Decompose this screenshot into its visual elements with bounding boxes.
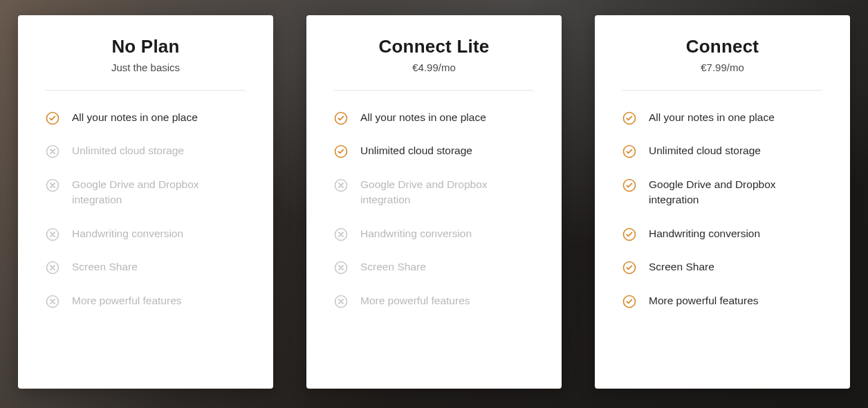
x-icon xyxy=(46,295,59,308)
x-icon xyxy=(46,261,59,275)
plan-subtitle: €7.99/mo xyxy=(622,62,822,73)
plan-header: Connect €7.99/mo xyxy=(622,36,822,91)
feature-row: Handwriting conversion xyxy=(46,226,246,241)
feature-row: Screen Share xyxy=(334,259,534,275)
feature-row: More powerful features xyxy=(334,293,534,308)
check-icon xyxy=(622,261,636,275)
feature-label: Unlimited cloud storage xyxy=(72,143,184,158)
feature-row: Google Drive and Dropbox integration xyxy=(46,177,246,208)
plan-features: All your notes in one place Unlimited cl… xyxy=(334,110,534,308)
plan-header: No Plan Just the basics xyxy=(46,36,246,91)
feature-row: Screen Share xyxy=(622,259,822,275)
feature-label: Google Drive and Dropbox integration xyxy=(72,177,246,208)
feature-label: All your notes in one place xyxy=(72,110,198,125)
feature-row: All your notes in one place xyxy=(46,110,246,125)
feature-label: Handwriting conversion xyxy=(72,226,183,241)
pricing-background: No Plan Just the basics All your notes i… xyxy=(0,0,868,408)
feature-label: Unlimited cloud storage xyxy=(360,143,472,158)
feature-label: Handwriting conversion xyxy=(649,226,760,241)
feature-label: Handwriting conversion xyxy=(360,226,472,241)
feature-label: More powerful features xyxy=(360,293,470,308)
plan-card-connect: Connect €7.99/mo All your notes in one p… xyxy=(595,15,850,389)
plan-features: All your notes in one place Unlimited cl… xyxy=(46,110,246,308)
feature-row: All your notes in one place xyxy=(622,110,822,125)
x-icon xyxy=(334,295,348,308)
plan-features: All your notes in one place Unlimited cl… xyxy=(622,110,822,308)
feature-label: Screen Share xyxy=(649,259,714,275)
x-icon xyxy=(46,145,59,158)
feature-row: Unlimited cloud storage xyxy=(46,143,246,158)
check-icon xyxy=(622,178,636,192)
check-icon xyxy=(334,145,348,158)
feature-label: Screen Share xyxy=(72,259,138,275)
x-icon xyxy=(334,261,348,275)
feature-label: More powerful features xyxy=(649,293,759,308)
feature-label: Screen Share xyxy=(360,259,426,275)
plan-subtitle: Just the basics xyxy=(46,62,246,73)
feature-label: Unlimited cloud storage xyxy=(649,143,761,158)
check-icon xyxy=(622,111,636,125)
feature-label: Google Drive and Dropbox integration xyxy=(649,177,822,208)
feature-row: Google Drive and Dropbox integration xyxy=(334,177,534,208)
plan-subtitle: €4.99/mo xyxy=(334,62,534,73)
feature-row: All your notes in one place xyxy=(334,110,534,125)
check-icon xyxy=(622,228,636,241)
plan-title: Connect Lite xyxy=(334,36,534,57)
plan-card-connect-lite: Connect Lite €4.99/mo All your notes in … xyxy=(306,15,562,389)
check-icon xyxy=(622,295,636,308)
x-icon xyxy=(46,178,59,192)
plan-title: Connect xyxy=(622,36,822,57)
x-icon xyxy=(334,228,348,241)
check-icon xyxy=(622,145,636,158)
feature-row: Handwriting conversion xyxy=(622,226,822,241)
feature-row: More powerful features xyxy=(622,293,822,308)
plan-header: Connect Lite €4.99/mo xyxy=(334,36,534,91)
feature-label: All your notes in one place xyxy=(649,110,775,125)
check-icon xyxy=(46,111,59,125)
feature-label: More powerful features xyxy=(72,293,182,308)
feature-row: Handwriting conversion xyxy=(334,226,534,241)
feature-row: Google Drive and Dropbox integration xyxy=(622,177,822,208)
feature-label: All your notes in one place xyxy=(360,110,486,125)
feature-row: Screen Share xyxy=(46,259,246,275)
x-icon xyxy=(334,178,348,192)
feature-row: Unlimited cloud storage xyxy=(622,143,822,158)
plan-title: No Plan xyxy=(46,36,246,57)
feature-row: More powerful features xyxy=(46,293,246,308)
x-icon xyxy=(46,228,59,241)
plan-card-no-plan: No Plan Just the basics All your notes i… xyxy=(18,15,273,389)
feature-label: Google Drive and Dropbox integration xyxy=(360,177,534,208)
check-icon xyxy=(334,111,348,125)
feature-row: Unlimited cloud storage xyxy=(334,143,534,158)
